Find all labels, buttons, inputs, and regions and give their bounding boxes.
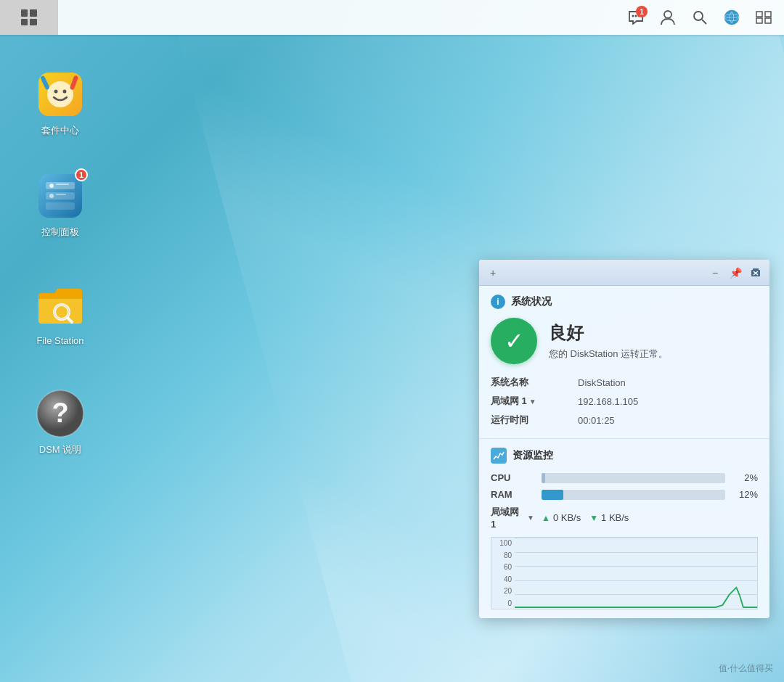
system-info-table: 系统名称 DiskStation 局域网 1 ▼ 192.168.1.105 运…	[491, 373, 758, 430]
info-val-hostname: DiskStation	[578, 373, 758, 392]
ram-percentage: 12%	[732, 489, 758, 500]
network-monitor-label-text: 局域网 1	[491, 506, 525, 530]
svg-rect-35	[753, 268, 759, 270]
svg-rect-11	[765, 12, 771, 17]
resource-chart: 100 80 60 40 20 0	[491, 537, 758, 609]
svg-point-0	[632, 15, 634, 17]
cpu-progress-bg	[542, 473, 725, 483]
network-monitor-label: 局域网 1 ▼	[491, 506, 534, 530]
svg-line-5	[702, 20, 706, 24]
network-monitor-dropdown[interactable]: 局域网 1 ▼	[491, 506, 534, 530]
status-good-row: ✓ 良好 您的 DiskStation 运转正常。	[491, 318, 758, 364]
widget-close-button[interactable]	[748, 265, 764, 281]
desktop: 套件中心 1	[0, 35, 784, 682]
chart-y-0: 0	[491, 599, 512, 607]
svg-point-16	[54, 90, 58, 94]
chart-y-20: 20	[491, 587, 512, 595]
widget-pin-button[interactable]: 📌	[727, 265, 743, 281]
info-val-uptime: 00:01:25	[578, 411, 758, 430]
taskbar-right-icons: 1	[621, 3, 784, 32]
ram-progress-bg	[542, 490, 725, 500]
svg-rect-10	[756, 12, 762, 17]
widget-panel: + − 📌 i 系统状况 ✓ 良好	[479, 260, 769, 618]
resource-monitor-section: 资源监控 CPU 2% RAM 12%	[479, 439, 769, 618]
dsm-help-img: ?	[34, 387, 86, 440]
control-panel-badge: 1	[75, 168, 88, 181]
widget-minimize-button[interactable]: −	[707, 265, 723, 281]
svg-point-15	[47, 81, 73, 107]
notification-badge: 1	[636, 6, 648, 17]
network-dropdown-arrow: ▼	[529, 398, 536, 406]
upload-arrow-icon: ▲	[542, 513, 550, 523]
download-arrow-icon: ▼	[589, 513, 598, 523]
network-monitor-row: 局域网 1 ▼ ▲ 0 KB/s ▼ 1 KB/s	[491, 506, 758, 530]
info-row-uptime: 运行时间 00:01:25	[491, 411, 758, 430]
package-center-icon[interactable]: 套件中心	[28, 64, 93, 141]
svg-rect-13	[765, 18, 771, 23]
ram-progress-fill	[542, 490, 563, 500]
svg-point-3	[664, 11, 671, 18]
download-speed: ▼ 1 KB/s	[589, 512, 629, 523]
cpu-progress-fill	[542, 473, 545, 483]
chart-y-40: 40	[491, 575, 512, 583]
network-dropdown[interactable]: 局域网 1 ▼	[491, 395, 536, 408]
file-station-icon[interactable]: File Station	[28, 274, 93, 352]
grid-icon	[21, 9, 37, 25]
network-button[interactable]	[717, 3, 746, 32]
system-status-header: i 系统状况	[491, 295, 758, 309]
resource-icon	[491, 448, 507, 464]
info-row-hostname: 系统名称 DiskStation	[491, 373, 758, 392]
widget-add-button[interactable]: +	[485, 265, 501, 281]
user-button[interactable]	[653, 3, 682, 32]
status-text-block: 良好 您的 DiskStation 运转正常。	[549, 321, 668, 361]
network-label-text: 局域网 1	[491, 395, 527, 408]
control-panel-label: 控制面板	[41, 226, 79, 239]
file-station-label: File Station	[36, 335, 83, 348]
chart-y-labels: 100 80 60 40 20 0	[491, 538, 515, 609]
system-status-title: 系统状况	[511, 295, 552, 308]
info-key-network: 局域网 1 ▼	[491, 392, 578, 411]
svg-rect-26	[56, 184, 69, 185]
info-icon: i	[491, 295, 505, 309]
ram-row: RAM 12%	[491, 489, 758, 500]
info-row-network: 局域网 1 ▼ 192.168.1.105	[491, 392, 758, 411]
svg-point-17	[63, 90, 67, 94]
svg-rect-23	[46, 202, 75, 210]
file-station-img	[34, 279, 86, 331]
notification-button[interactable]: 1	[621, 3, 650, 32]
search-button[interactable]	[685, 3, 714, 32]
info-val-network: 192.168.1.105	[578, 392, 758, 411]
control-panel-img: 1	[34, 170, 86, 222]
svg-point-24	[49, 184, 54, 188]
ram-label: RAM	[491, 489, 534, 500]
chart-y-100: 100	[491, 539, 512, 547]
main-menu-button[interactable]	[0, 0, 58, 35]
dsm-help-icon[interactable]: ? DSM 说明	[28, 383, 93, 461]
cpu-label: CPU	[491, 472, 534, 483]
info-key-uptime: 运行时间	[491, 411, 578, 430]
svg-point-25	[49, 194, 54, 198]
taskbar: 1	[0, 0, 784, 35]
svg-rect-12	[756, 18, 762, 23]
info-key-hostname: 系统名称	[491, 373, 578, 392]
status-desc: 您的 DiskStation 运转正常。	[549, 348, 668, 361]
package-center-img	[34, 68, 86, 120]
system-status-section: i 系统状况 ✓ 良好 您的 DiskStation 运转正常。 系统名称 Di…	[479, 286, 769, 439]
svg-rect-27	[56, 194, 66, 195]
chart-plot	[515, 538, 757, 609]
resource-monitor-title: 资源监控	[513, 449, 553, 462]
status-circle: ✓	[491, 318, 537, 364]
dsm-help-label: DSM 说明	[39, 444, 82, 456]
watermark: 值·什么值得买	[719, 662, 773, 675]
chart-svg	[515, 538, 757, 609]
cpu-row: CPU 2%	[491, 472, 758, 483]
status-good-label: 良好	[549, 321, 668, 345]
network-speeds: ▲ 0 KB/s ▼ 1 KB/s	[542, 512, 758, 523]
control-panel-icon[interactable]: 1 控制面板	[28, 165, 93, 243]
chart-y-80: 80	[491, 551, 512, 559]
chart-y-60: 60	[491, 563, 512, 571]
download-speed-value: 1 KB/s	[601, 512, 629, 523]
package-center-label: 套件中心	[41, 125, 79, 137]
upload-speed: ▲ 0 KB/s	[542, 512, 581, 523]
layout-button[interactable]	[749, 3, 778, 32]
